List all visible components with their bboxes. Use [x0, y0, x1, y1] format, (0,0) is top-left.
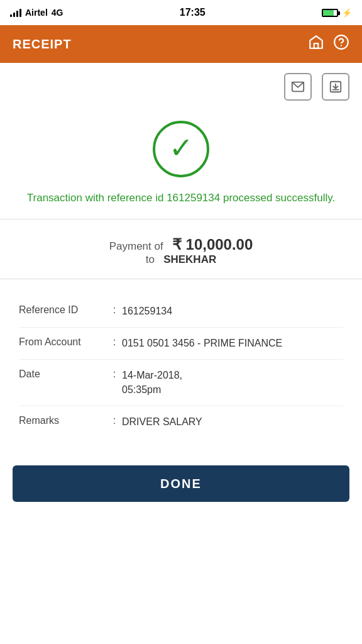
time-label: 17:35: [180, 7, 206, 18]
help-icon[interactable]: [333, 34, 349, 54]
label-remarks: Remarks: [19, 415, 107, 426]
divider-top: [0, 219, 362, 219]
value-date: 14-Mar-2018,05:35pm: [122, 369, 343, 397]
details-table: Reference ID : 161259134 From Account : …: [0, 289, 362, 451]
email-button[interactable]: [284, 73, 312, 101]
label-date: Date: [19, 369, 107, 380]
done-button[interactable]: DONE: [13, 465, 349, 502]
payment-info: Payment of ₹ 10,000.00 to SHEKHAR: [0, 230, 362, 279]
page-title: RECEIPT: [13, 37, 72, 52]
colon-remarks: :: [107, 415, 122, 426]
download-button[interactable]: [322, 73, 349, 101]
detail-row-remarks: Remarks : DRIVER SALARY: [19, 406, 343, 438]
action-icons-row: [0, 63, 362, 106]
payment-amount: ₹ 10,000.00: [172, 236, 253, 253]
colon-reference-id: :: [107, 304, 122, 316]
signal-bars-icon: [10, 8, 21, 17]
payment-label: Payment of: [109, 240, 163, 252]
label-reference-id: Reference ID: [19, 304, 107, 316]
colon-from-account: :: [107, 336, 122, 348]
network-label: 4G: [52, 8, 63, 18]
checkmark-icon: ✓: [169, 133, 194, 162]
carrier-label: Airtel: [25, 8, 48, 18]
label-from-account: From Account: [19, 336, 107, 348]
payment-recipient: SHEKHAR: [163, 253, 216, 265]
success-message: Transaction with reference id 161259134 …: [0, 190, 362, 219]
detail-row-date: Date : 14-Mar-2018,05:35pm: [19, 360, 343, 406]
success-circle-container: ✓: [0, 106, 362, 190]
success-circle: ✓: [153, 121, 209, 177]
home-icon[interactable]: [308, 34, 324, 54]
status-right: ⚡: [322, 8, 352, 18]
amount-value: 10,000.00: [186, 236, 253, 253]
payment-to-label: to: [146, 253, 155, 265]
value-from-account: 0151 0501 3456 - PRIME FINANCE: [122, 336, 343, 350]
battery-icon: [322, 8, 338, 18]
content-area: ✓ Transaction with reference id 16125913…: [0, 63, 362, 644]
charging-icon: ⚡: [342, 8, 352, 18]
colon-date: :: [107, 369, 122, 380]
header: RECEIPT: [0, 25, 362, 63]
status-left: Airtel 4G: [10, 8, 63, 18]
currency-symbol: ₹: [172, 236, 182, 253]
value-reference-id: 161259134: [122, 304, 343, 318]
svg-rect-0: [314, 43, 319, 48]
detail-row-reference-id: Reference ID : 161259134: [19, 296, 343, 328]
value-remarks: DRIVER SALARY: [122, 415, 343, 429]
detail-row-from-account: From Account : 0151 0501 3456 - PRIME FI…: [19, 328, 343, 360]
header-icons: [308, 34, 349, 54]
status-bar: Airtel 4G 17:35 ⚡: [0, 0, 362, 25]
done-btn-container: DONE: [0, 450, 362, 521]
divider-mid: [0, 279, 362, 279]
